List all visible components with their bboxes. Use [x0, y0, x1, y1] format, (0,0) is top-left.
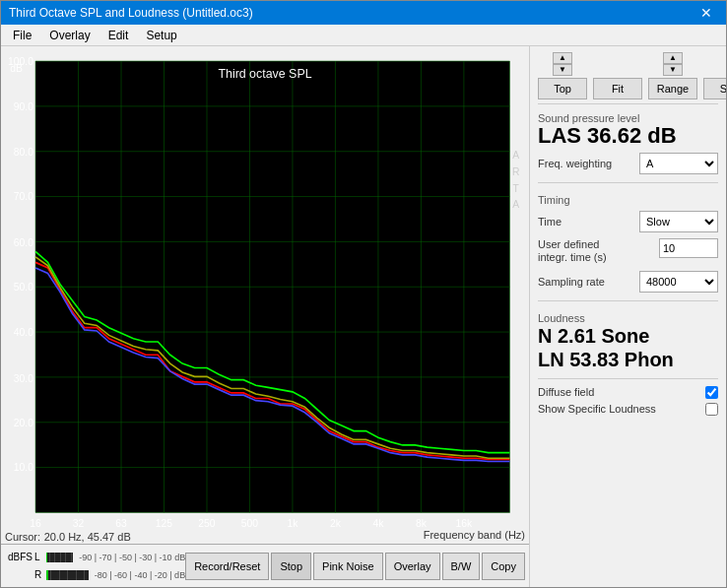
range-down-button[interactable]: ▼ [663, 64, 683, 76]
svg-text:T: T [513, 181, 520, 193]
top-down-button[interactable]: ▼ [553, 64, 572, 76]
diffuse-field-checkbox[interactable] [705, 386, 718, 399]
overlay-button[interactable]: Overlay [385, 553, 440, 580]
top-up-button[interactable]: ▲ [553, 52, 572, 64]
svg-text:80.0: 80.0 [14, 146, 33, 158]
sampling-rate-row: Sampling rate 44100 48000 96000 [538, 270, 718, 294]
user-integr-row: User defined integr. time (s) [538, 237, 718, 265]
y-axis-label: dB [10, 62, 23, 74]
side-panel: ▲ ▼ Top Fit ▲ ▼ Range [529, 46, 726, 587]
channel-R-label: R [34, 569, 44, 580]
time-row: Time Slow Fast Impulse [538, 210, 718, 233]
diffuse-field-row: Diffuse field [538, 386, 718, 399]
show-specific-loudness-checkbox[interactable] [705, 403, 718, 416]
range-up-button[interactable]: ▲ [663, 52, 683, 64]
sampling-rate-label: Sampling rate [538, 276, 605, 288]
title-bar: Third Octave SPL and Loudness (Untitled.… [1, 1, 726, 25]
dbfs-section: dBFS L -90 | -70 | -50 | -30 | -10 dB [5, 549, 185, 584]
divider-3 [538, 378, 718, 379]
fit-control-group: Fit [593, 52, 642, 99]
bottom-bar: dBFS L -90 | -70 | -50 | -30 | -10 dB [1, 544, 529, 587]
time-label: Time [538, 216, 562, 228]
svg-text:32: 32 [73, 516, 85, 528]
svg-text:30.0: 30.0 [14, 372, 33, 384]
meter-R [46, 570, 48, 580]
main-window: Third Octave SPL and Loudness (Untitled.… [0, 0, 727, 588]
close-button[interactable]: ✕ [694, 5, 718, 21]
svg-text:125: 125 [156, 516, 172, 528]
cursor-value: 20.0 Hz, 45.47 dB [44, 531, 131, 543]
pink-noise-button[interactable]: Pink Noise [313, 553, 383, 580]
svg-text:60.0: 60.0 [14, 235, 33, 247]
stop-button[interactable]: Stop [271, 553, 311, 580]
top-value-button[interactable]: Top [538, 78, 587, 99]
record-reset-button[interactable]: Record/Reset [185, 553, 269, 580]
tick-label-R: -80 | -60 | -40 | -20 | dB [95, 570, 185, 580]
set-button[interactable]: Set [703, 78, 726, 99]
freq-band-label: Frequency band (Hz) [424, 529, 525, 544]
chart-title: Third octave SPL [218, 65, 311, 80]
range-label: Range [648, 78, 697, 99]
timing-label: Timing [538, 194, 718, 206]
svg-text:50.0: 50.0 [14, 281, 33, 293]
svg-text:500: 500 [241, 516, 258, 528]
cursor-info: Cursor: 20.0 Hz, 45.47 dB [5, 529, 131, 544]
svg-text:1k: 1k [287, 516, 298, 528]
show-specific-loudness-label: Show Specific Loudness [538, 403, 656, 415]
svg-text:250: 250 [198, 516, 215, 528]
divider-2 [538, 300, 718, 301]
menu-overlay[interactable]: Overlay [41, 27, 98, 44]
menu-bar: File Overlay Edit Setup [1, 25, 726, 46]
chart-area: 100.0 90.0 80.0 70.0 60.0 50.0 40.0 30.0… [1, 46, 529, 587]
top-arrow-group: ▲ ▼ [553, 52, 572, 76]
dbfs-label: dBFS [5, 552, 33, 562]
show-specific-loudness-row: Show Specific Loudness [538, 403, 718, 416]
chart-svg: 100.0 90.0 80.0 70.0 60.0 50.0 40.0 30.0… [5, 50, 525, 529]
dbfs-row-L: dBFS L -90 | -70 | -50 | -30 | -10 dB [5, 549, 185, 566]
menu-setup[interactable]: Setup [138, 27, 184, 44]
svg-text:20.0: 20.0 [14, 417, 33, 428]
copy-button[interactable]: Copy [482, 553, 525, 580]
svg-text:63: 63 [115, 516, 127, 528]
svg-text:16: 16 [30, 516, 41, 528]
svg-text:2k: 2k [330, 516, 342, 528]
cursor-label: Cursor: [5, 531, 40, 543]
action-buttons: Record/Reset Stop Pink Noise Overlay B/W… [185, 553, 525, 580]
window-title: Third Octave SPL and Loudness (Untitled.… [9, 6, 253, 20]
ln-value: LN 53.83 Phon [538, 348, 718, 371]
loudness-section: Loudness N 2.61 Sone LN 53.83 Phon [538, 308, 718, 371]
svg-text:8k: 8k [416, 516, 428, 528]
dbfs-row-R: R -80 | -60 | -40 | -20 | dB [5, 566, 185, 584]
svg-text:R: R [512, 165, 520, 177]
fit-button[interactable]: Fit [593, 78, 642, 99]
time-select[interactable]: Slow Fast Impulse [639, 211, 718, 232]
menu-file[interactable]: File [5, 27, 39, 44]
sampling-rate-select[interactable]: 44100 48000 96000 [639, 271, 718, 293]
main-content: 100.0 90.0 80.0 70.0 60.0 50.0 40.0 30.0… [1, 46, 726, 587]
svg-text:40.0: 40.0 [14, 326, 33, 338]
svg-text:90.0: 90.0 [14, 99, 33, 111]
freq-weighting-select[interactable]: A B C Z [639, 153, 718, 174]
bw-button[interactable]: B/W [442, 553, 481, 580]
svg-text:4k: 4k [372, 516, 384, 528]
tick-label-L: -90 | -70 | -50 | -30 | -10 dB [79, 553, 185, 562]
spl-value: LAS 36.62 dB [538, 124, 718, 148]
top-control-group: ▲ ▼ Top [538, 52, 587, 99]
menu-edit[interactable]: Edit [100, 27, 137, 44]
svg-text:70.0: 70.0 [14, 190, 33, 202]
svg-text:16k: 16k [456, 516, 473, 528]
range-arrow-group: ▲ ▼ [663, 52, 683, 76]
channel-L-label: L [34, 552, 44, 562]
meter-L [46, 553, 47, 562]
divider-1 [538, 182, 718, 183]
freq-weighting-row: Freq. weighting A B C Z [538, 152, 718, 175]
svg-text:A: A [512, 198, 520, 210]
loudness-label: Loudness [538, 312, 718, 324]
user-integr-label: User defined integr. time (s) [538, 238, 627, 264]
user-integr-input[interactable] [659, 238, 718, 258]
diffuse-field-label: Diffuse field [538, 386, 594, 398]
spl-section: Sound pressure level LAS 36.62 dB [538, 108, 718, 148]
chart-bottom-info: Cursor: 20.0 Hz, 45.47 dB Frequency band… [1, 529, 529, 544]
n-value: N 2.61 Sone [538, 324, 718, 348]
arta-label: A [512, 149, 520, 161]
